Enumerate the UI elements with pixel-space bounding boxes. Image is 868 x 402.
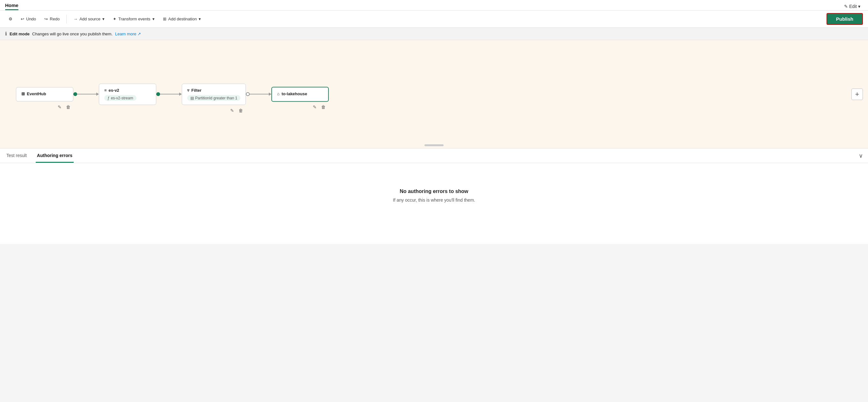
lakehouse-icon: ⌂ [277,91,280,96]
connector-3 [246,92,271,96]
lakehouse-delete-button[interactable]: 🗑 [320,103,327,110]
toolbar: ⚙ ↩ Undo ↪ Redo → Add source ▾ ✦ Transfo… [0,10,868,28]
connector-dot-1 [73,92,77,96]
connector-2 [156,92,182,96]
tabs-bar: Test result Authoring errors ∨ [0,148,868,163]
connector-arrow-2 [179,93,182,96]
edit-mode-label: Edit mode [9,32,30,36]
tab-test-result[interactable]: Test result [5,148,28,163]
redo-label: Redo [50,16,60,21]
flow-container: ⊞ EventHub ✎ 🗑 ≡ es-v2 ƒ es-v2-stream [16,83,329,105]
es-v2-subtitle: ƒ es-v2-stream [104,95,136,101]
filter-subtitle-text: PartitionId greater than 1 [195,96,237,100]
chevron-down-icon: ∨ [859,153,863,159]
tabs-left: Test result Authoring errors [5,148,74,163]
transform-icon: ✦ [113,16,116,21]
add-destination-label: Add destination [168,16,197,21]
es-v2-subtitle-icon: ƒ [107,96,110,100]
es-v2-icon: ≡ [104,88,107,92]
tab-authoring-errors[interactable]: Authoring errors [36,148,74,163]
connector-arrow-3 [269,93,271,96]
lakehouse-actions: ✎ 🗑 [312,103,327,110]
learn-more-link[interactable]: Learn more ↗ [115,32,141,36]
connector-line-3 [250,94,269,95]
toolbar-divider-1 [66,15,67,24]
filter-delete-button[interactable]: 🗑 [237,107,244,113]
collapse-button[interactable]: ∨ [859,152,863,159]
settings-button[interactable]: ⚙ [5,14,16,24]
add-destination-chevron-icon: ▾ [199,16,201,21]
add-node-button[interactable]: + [851,89,863,100]
eventhub-title: ⊞ EventHub [21,91,68,96]
filter-edit-button[interactable]: ✎ [229,107,235,113]
filter-actions: ✎ 🗑 [229,107,244,113]
title-underline [5,9,19,10]
pencil-icon: ✎ [844,4,848,9]
add-destination-button[interactable]: ⊞ Add destination ▾ [159,14,205,24]
connector-1 [73,92,99,96]
es-v2-title: ≡ es-v2 [104,88,151,92]
transform-events-button[interactable]: ✦ Transform events ▾ [110,14,158,24]
es-v2-label: es-v2 [109,88,119,92]
eventhub-delete-button[interactable]: 🗑 [65,103,72,110]
add-destination-icon: ⊞ [163,16,166,21]
filter-icon: ▿ [187,88,189,92]
title-bar: Home ✎ Edit ▾ [0,0,868,10]
filter-subtitle-icon: ▤ [190,96,194,100]
connector-dot-2 [156,92,160,96]
connector-line-1 [77,94,96,95]
redo-button[interactable]: ↪ Redo [41,14,63,24]
edit-banner-message: Changes will go live once you publish th… [32,32,113,36]
eventhub-edit-button[interactable]: ✎ [57,103,63,110]
bottom-panel: Test result Authoring errors ∨ No author… [0,148,868,244]
to-lakehouse-label: to-lakehouse [282,91,307,96]
empty-state: No authoring errors to show If any occur… [0,163,868,215]
undo-button[interactable]: ↩ Undo [17,14,39,24]
filter-subtitle: ▤ PartitionId greater than 1 [187,95,241,101]
canvas: ⊞ EventHub ✎ 🗑 ≡ es-v2 ƒ es-v2-stream [0,40,868,148]
app-title: Home [5,3,19,9]
add-source-button[interactable]: → Add source ▾ [70,14,108,24]
external-link-icon: ↗ [137,32,141,36]
empty-state-title: No authoring errors to show [400,189,468,194]
chevron-down-icon: ▾ [858,4,860,9]
title-bar-right: ✎ Edit ▾ [841,3,863,10]
plus-icon: + [855,90,859,98]
redo-icon: ↪ [44,16,48,21]
undo-icon: ↩ [21,16,24,21]
empty-state-description: If any occur, this is where you'll find … [393,198,475,203]
learn-more-label: Learn more [115,32,136,36]
undo-label: Undo [26,16,36,21]
edit-banner: ℹ Edit mode Changes will go live once yo… [0,28,868,40]
publish-button[interactable]: Publish [827,13,863,25]
add-source-icon: → [73,16,78,21]
title-bar-left: Home [5,3,19,10]
eventhub-label: EventHub [27,91,46,96]
lakehouse-edit-button[interactable]: ✎ [312,103,318,110]
info-icon: ℹ [5,31,7,37]
node-to-lakehouse[interactable]: ⌂ to-lakehouse ✎ 🗑 [271,87,329,102]
gear-icon: ⚙ [9,16,12,21]
to-lakehouse-title: ⌂ to-lakehouse [277,91,323,96]
filter-title: ▿ Filter [187,88,241,92]
connector-arrow-1 [96,93,99,96]
es-v2-subtitle-text: es-v2-stream [111,96,133,100]
edit-button[interactable]: ✎ Edit ▾ [841,3,863,10]
connector-line-2 [160,94,179,95]
filter-label: Filter [191,88,202,92]
add-source-chevron-icon: ▾ [102,16,104,21]
canvas-scrollbar[interactable] [425,144,443,146]
transform-chevron-icon: ▾ [152,16,155,21]
node-eventhub[interactable]: ⊞ EventHub ✎ 🗑 [16,87,73,101]
transform-label: Transform events [118,16,151,21]
eventhub-icon: ⊞ [21,91,25,96]
connector-dot-3 [246,92,250,96]
add-source-label: Add source [80,16,100,21]
node-es-v2[interactable]: ≡ es-v2 ƒ es-v2-stream [99,83,156,105]
node-filter[interactable]: ▿ Filter ▤ PartitionId greater than 1 ✎ … [182,83,246,105]
eventhub-actions: ✎ 🗑 [57,103,72,110]
edit-label: Edit [849,4,857,9]
